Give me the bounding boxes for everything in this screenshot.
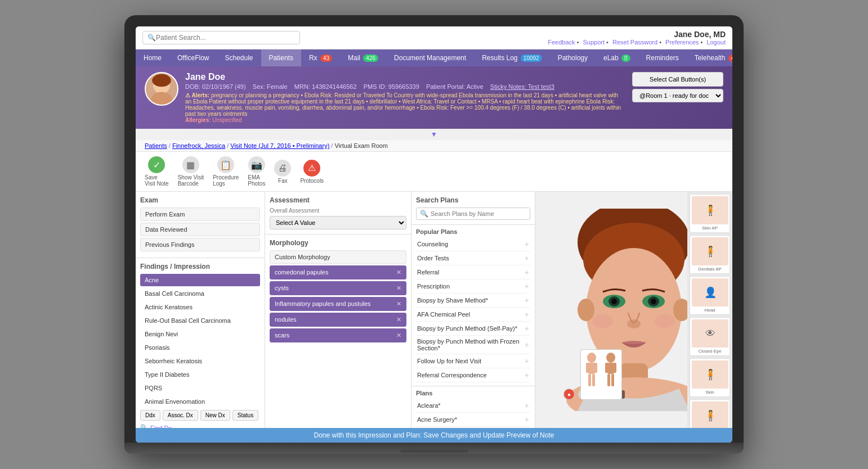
finding-rule-out[interactable]: Rule-Out Basal Cell Carcinoma (140, 314, 260, 327)
genitals-ap-thumb[interactable]: 🧍 Genitals AP (690, 235, 730, 274)
allergies-text: Unspecified (212, 117, 241, 123)
ddx-button[interactable]: Ddx (140, 410, 160, 421)
find-dx-button[interactable]: 🔍 Find Dx (140, 424, 260, 428)
procedure-logs-button[interactable]: 📋 ProcedureLogs (213, 156, 239, 187)
feedback-link[interactable]: Feedback (548, 39, 575, 46)
skin-ap-thumb[interactable]: 🧍 Skin AP (690, 194, 730, 233)
plan-referral[interactable]: Referral+ (416, 265, 530, 279)
genitals-thumb[interactable]: 🧍 Genitals (690, 399, 730, 428)
assessment-select[interactable]: Select A Value Normal Abnormal (270, 216, 406, 229)
closed-eye-thumb[interactable]: 👁 Closed Eye (690, 317, 730, 356)
reset-password-link[interactable]: Reset Password (612, 39, 657, 46)
active-plan-acleara[interactable]: Acleara*+ (416, 399, 530, 413)
add-afa-icon[interactable]: + (525, 310, 529, 319)
finding-psoriasis[interactable]: Psoriasis (140, 341, 260, 354)
nav-home[interactable]: Home (136, 49, 169, 66)
nav-officeflow[interactable]: OfficeFlow (169, 49, 217, 66)
add-follow-up-icon[interactable]: + (525, 357, 529, 366)
add-order-tests-icon[interactable]: + (525, 254, 529, 263)
finding-type-ii[interactable]: Type II Diabetes (140, 368, 260, 381)
finding-benign-nevi[interactable]: Benign Nevi (140, 328, 260, 340)
preferences-link[interactable]: Preferences (665, 39, 699, 46)
logout-link[interactable]: Logout (706, 39, 726, 46)
acleara-add-icon[interactable]: + (525, 401, 529, 410)
nav-pathology[interactable]: Pathology (550, 49, 596, 66)
finding-pqrs[interactable]: PQRS (140, 382, 260, 394)
add-biopsy-shave-icon[interactable]: + (525, 296, 529, 305)
search-input[interactable] (156, 34, 295, 42)
support-link[interactable]: Support (583, 39, 605, 46)
inflammatory-close-icon[interactable]: ✕ (396, 300, 401, 308)
protocols-button[interactable]: ⚠ Protocols (300, 160, 324, 184)
add-referral-icon[interactable]: + (525, 268, 529, 277)
show-barcode-button[interactable]: ▦ Show VisitBarcode (178, 156, 204, 187)
red-dot-button[interactable]: ● (563, 389, 575, 400)
add-counseling-icon[interactable]: + (525, 240, 529, 249)
morphology-custom[interactable]: Custom Morphology (270, 250, 406, 264)
scars-close-icon[interactable]: ✕ (396, 332, 401, 339)
perform-exam-button[interactable]: Perform Exam (140, 208, 260, 221)
save-visit-note-button[interactable]: ✓ SaveVisit Note (145, 156, 169, 187)
nav-document-management[interactable]: Document Management (386, 49, 474, 66)
add-referral-correspondence-icon[interactable]: + (525, 371, 529, 380)
nav-mail[interactable]: Mail 426 (340, 49, 386, 66)
skin-thumb[interactable]: 🧍 Skin (690, 358, 730, 397)
body-front-small[interactable] (583, 352, 600, 397)
previous-findings-button[interactable]: Previous Findings (140, 238, 260, 251)
plan-afa[interactable]: AFA Chemical Peel+ (416, 308, 530, 322)
nav-reminders[interactable]: Reminders (638, 49, 687, 66)
nav-schedule[interactable]: Schedule (217, 49, 261, 66)
morphology-nodules[interactable]: nodules ✕ (270, 313, 406, 327)
plan-follow-up[interactable]: Follow Up for Next Visit+ (416, 354, 530, 368)
add-prescription-icon[interactable]: + (525, 282, 529, 291)
expand-arrow[interactable]: ▼ (136, 129, 732, 140)
room-select[interactable]: @Room 1 · ready for doc (632, 89, 723, 102)
breadcrumb-patients[interactable]: Patients (145, 142, 167, 149)
finding-actinic[interactable]: Actinic Keratoses (140, 301, 260, 313)
logs-label: ProcedureLogs (213, 174, 239, 187)
ema-photos-button[interactable]: 📷 EMAPhotos (248, 156, 265, 187)
bottom-action-bar[interactable]: Done with this Impression and Plan: Save… (136, 428, 732, 443)
cysts-close-icon[interactable]: ✕ (396, 285, 401, 292)
body-back-small[interactable] (602, 352, 619, 397)
plan-biopsy-punch-frozen[interactable]: Biopsy by Punch Method with Frozen Secti… (416, 336, 530, 354)
plans-search-input[interactable] (431, 210, 526, 217)
plan-prescription[interactable]: Prescription+ (416, 279, 530, 294)
head-thumb[interactable]: 👤 Head (690, 276, 730, 315)
finding-basal-cell[interactable]: Basal Cell Carcinoma (140, 287, 260, 300)
acne-surgery-add-icon[interactable]: + (525, 415, 529, 424)
select-call-button[interactable]: Select Call Button(s) (632, 72, 723, 87)
breadcrumb-patient-name[interactable]: Finnefrock, Jessica (172, 142, 225, 149)
plan-biopsy-punch-self[interactable]: Biopsy by Punch Method (Self-Pay)*+ (416, 322, 530, 336)
finding-acne[interactable]: Acne (140, 274, 260, 286)
status-button[interactable]: Status (232, 410, 258, 421)
nav-telehealth[interactable]: Telehealth 480 (687, 49, 732, 66)
breadcrumb-visit-note[interactable]: Visit Note (Jul 7, 2016 • Preliminary) (230, 142, 329, 149)
new-dx-button[interactable]: New Dx (200, 410, 230, 421)
plan-order-tests[interactable]: Order Tests+ (416, 251, 530, 265)
morphology-cysts[interactable]: cysts ✕ (270, 281, 406, 295)
plan-counseling[interactable]: Counseling+ (416, 237, 530, 251)
assoc-dx-button[interactable]: Assoc. Dx (163, 410, 198, 421)
search-box[interactable]: 🔍 (142, 31, 300, 44)
active-plan-acne-surgery[interactable]: Acne Surgery*+ (416, 413, 530, 427)
active-plan-acne-surgery-multiple[interactable]: Acne Surgery (Multiple Lesions)*+ (416, 427, 530, 428)
plans-search-box[interactable]: 🔍 (416, 208, 530, 220)
nav-results-log[interactable]: Results Log 10092 (474, 49, 550, 66)
data-reviewed-button[interactable]: Data Reviewed (140, 223, 260, 236)
add-biopsy-punch-frozen-icon[interactable]: + (525, 340, 529, 349)
plan-biopsy-shave[interactable]: Biopsy by Shave Method*+ (416, 294, 530, 308)
nav-patients[interactable]: Patients (261, 49, 301, 66)
nav-elab[interactable]: eLab 0 (596, 49, 638, 66)
nav-rx[interactable]: Rx 43 (301, 49, 340, 66)
morphology-comedonal[interactable]: comedonal papules ✕ (270, 265, 406, 279)
morphology-scars[interactable]: scars ✕ (270, 328, 406, 342)
comedonal-close-icon[interactable]: ✕ (396, 269, 401, 276)
finding-animal[interactable]: Animal Envenomation (140, 395, 260, 408)
fax-button[interactable]: 🖨 Fax (274, 160, 291, 184)
nodules-close-icon[interactable]: ✕ (396, 316, 401, 323)
morphology-inflammatory[interactable]: Inflammatory papules and pustules ✕ (270, 297, 406, 311)
plan-referral-correspondence[interactable]: Referral Correspondence+ (416, 368, 530, 382)
finding-seborrheic[interactable]: Seborrheic Keratosis (140, 355, 260, 367)
add-biopsy-punch-self-icon[interactable]: + (525, 324, 529, 333)
